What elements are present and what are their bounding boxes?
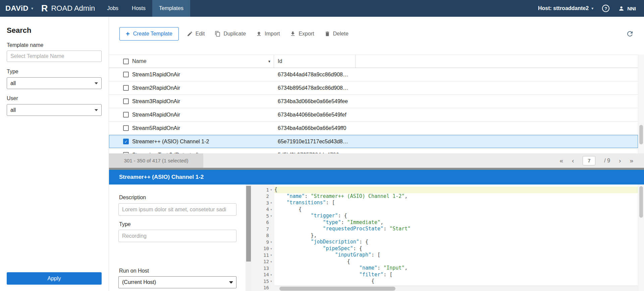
code-line[interactable]: "name": "Input",: [274, 265, 638, 272]
sort-desc-icon[interactable]: ▼: [268, 60, 271, 63]
import-label: Import: [265, 31, 280, 37]
next-page-button[interactable]: ›: [619, 157, 621, 164]
scrollbar-thumb[interactable]: [246, 186, 251, 262]
run-on-host-select[interactable]: (Current Host): [118, 276, 236, 288]
host-selector[interactable]: Host: sttroaddante2 ▾: [538, 5, 593, 11]
templates-toolbar: + Create Template Edit Duplicate Import: [119, 27, 634, 41]
code-line[interactable]: "transitions": [: [274, 200, 638, 206]
code-line[interactable]: {: [274, 259, 638, 265]
row-name: Stream4RapidOnAir: [132, 112, 274, 118]
sidebar-title: Search: [7, 26, 31, 35]
select-all-checkbox[interactable]: [123, 59, 129, 64]
refresh-button[interactable]: [626, 30, 634, 38]
editor-horizontal-scrollbar[interactable]: [274, 286, 638, 291]
fold-toggle-icon[interactable]: ▾: [269, 279, 273, 283]
chevron-down-icon: [229, 281, 233, 284]
first-page-button[interactable]: «: [559, 157, 563, 164]
editor-vertical-scrollbar[interactable]: [638, 185, 644, 291]
fold-toggle-icon[interactable]: ▾: [269, 273, 273, 277]
prev-page-button[interactable]: ‹: [572, 157, 574, 164]
last-page-button[interactable]: »: [630, 157, 633, 164]
code-line[interactable]: "filter": [: [274, 272, 638, 278]
code-line[interactable]: {: [274, 278, 638, 285]
scrollbar-thumb[interactable]: [279, 287, 395, 291]
nav-item-jobs[interactable]: Jobs: [100, 0, 125, 17]
line-number: 2: [266, 194, 269, 199]
search-sidebar: Search Template name Type all User all A…: [0, 17, 109, 291]
line-number: 16: [263, 285, 269, 290]
detail-panel-body: Description Type Run on Host (Current Ho…: [109, 185, 644, 291]
table-row[interactable]: Stream3RapidOnAir6734ba3d066be0a66e549fe…: [109, 95, 638, 108]
edit-button[interactable]: Edit: [187, 31, 205, 37]
export-button[interactable]: Export: [290, 31, 314, 37]
column-header-name[interactable]: Name ▼: [132, 55, 274, 68]
apply-button[interactable]: Apply: [7, 272, 102, 285]
fold-toggle-icon[interactable]: ▾: [269, 260, 273, 264]
fold-toggle-icon[interactable]: ▾: [269, 201, 273, 205]
table-row[interactable]: Stream1RapidOnAir6734b44ad478a9cc86d908…: [109, 68, 638, 81]
code-line[interactable]: },: [274, 232, 638, 239]
row-name: Stream5RapidOnAir: [132, 125, 274, 131]
table-body: Stream1RapidOnAir6734b44ad478a9cc86d908……: [109, 68, 638, 153]
import-button[interactable]: Import: [256, 31, 280, 37]
id-column-label: Id: [278, 58, 282, 64]
delete-button[interactable]: Delete: [324, 31, 348, 37]
user-menu[interactable]: NNI: [618, 5, 636, 12]
table-row[interactable]: Streaming Test 2 (Detected)5d5bf9b972572…: [109, 148, 638, 153]
export-icon: [290, 31, 296, 37]
json-editor[interactable]: 1▾23▾4▾5▾6789▾10▾11▾12▾1314▾15▾16 { "nam…: [252, 185, 638, 291]
row-checkbox[interactable]: ✓: [123, 139, 129, 144]
david-logo[interactable]: DAViD ▾: [0, 0, 39, 17]
table-row[interactable]: Stream5RapidOnAir6734ba4a066be0a66e549ff…: [109, 122, 638, 135]
scrollbar-thumb[interactable]: [639, 125, 643, 144]
code-line[interactable]: "type": "Immediate",: [274, 219, 638, 226]
code-line[interactable]: "name": "Streamer++ (ASIO) Channel 1-2",: [274, 193, 638, 200]
row-checkbox[interactable]: [123, 98, 129, 104]
editor-code[interactable]: { "name": "Streamer++ (ASIO) Channel 1-2…: [274, 185, 638, 291]
template-type-input[interactable]: [118, 230, 236, 242]
fold-toggle-icon[interactable]: ▾: [269, 188, 273, 192]
table-row[interactable]: Stream2RapidOnAir6734b895d478a9cc86d908…: [109, 81, 638, 95]
nav-item-templates[interactable]: Templates: [152, 0, 190, 17]
page-number-input[interactable]: [583, 156, 595, 165]
table-row[interactable]: Stream4RapidOnAir6734ba44066be0a66e549fe…: [109, 108, 638, 122]
description-input[interactable]: [118, 203, 236, 216]
row-id: 6734b44ad478a9cc86d908…: [274, 72, 356, 78]
column-header-id[interactable]: Id: [274, 55, 356, 68]
code-line[interactable]: "trigger": {: [274, 213, 638, 219]
help-icon[interactable]: ?: [602, 5, 609, 12]
form-vertical-scrollbar[interactable]: [246, 185, 252, 291]
table-row[interactable]: ✓Streamer++ (ASIO) Channel 1-265e71910e1…: [109, 135, 638, 148]
gutter-line: 11▾: [252, 252, 274, 259]
fold-toggle-icon[interactable]: ▾: [269, 240, 273, 244]
row-checkbox[interactable]: [123, 112, 129, 118]
row-checkbox[interactable]: [123, 72, 129, 77]
code-line[interactable]: "jobDescription": {: [274, 239, 638, 245]
code-line[interactable]: "pipeSpec": {: [274, 245, 638, 252]
template-name-input[interactable]: [7, 51, 102, 62]
total-pages-label: / 9: [604, 158, 610, 164]
user-icon: [618, 5, 625, 12]
code-line[interactable]: {: [274, 206, 638, 213]
fold-toggle-icon[interactable]: ▾: [269, 253, 273, 257]
duplicate-button[interactable]: Duplicate: [215, 31, 246, 37]
table-vertical-scrollbar[interactable]: [638, 55, 644, 153]
row-checkbox[interactable]: [123, 125, 129, 131]
code-line[interactable]: "inputGraph": [: [274, 252, 638, 259]
fold-toggle-icon[interactable]: ▾: [269, 247, 273, 250]
gutter-line: 10▾: [252, 245, 274, 252]
fold-toggle-icon[interactable]: ▾: [269, 208, 273, 211]
template-form: Description Type Run on Host (Current Ho…: [109, 185, 246, 291]
user-initials: NNI: [627, 6, 636, 11]
row-checkbox[interactable]: [123, 85, 129, 91]
type-filter-select[interactable]: all: [7, 77, 102, 89]
code-line[interactable]: "requestedProcState": "Start": [274, 226, 638, 232]
fold-toggle-icon[interactable]: ▾: [269, 214, 273, 218]
editor-gutter: 1▾23▾4▾5▾6789▾10▾11▾12▾1314▾15▾16: [252, 185, 274, 291]
nav-item-hosts[interactable]: Hosts: [125, 0, 152, 17]
gutter-line: 15▾: [252, 278, 274, 285]
user-filter-select[interactable]: all: [7, 104, 102, 116]
create-template-button[interactable]: + Create Template: [119, 27, 179, 41]
code-line[interactable]: {: [274, 187, 638, 193]
scrollbar-thumb[interactable]: [639, 186, 643, 218]
